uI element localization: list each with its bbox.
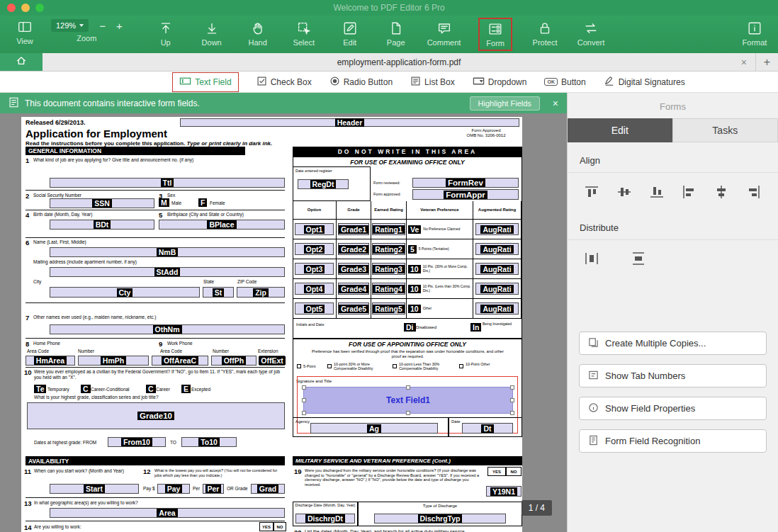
form-field-grade5[interactable]: Grade5 [338, 302, 369, 315]
form-field-y19n1[interactable]: Y19N1 [486, 486, 522, 497]
align-horizontal-center-icon[interactable] [713, 183, 730, 200]
form-field-cty[interactable]: Cty [50, 287, 200, 298]
form-field-ag[interactable]: Ag [310, 423, 438, 434]
check-box-tool[interactable]: Check Box [256, 76, 312, 89]
form-field-rating5[interactable]: Rating5 [372, 302, 405, 315]
form-field-rating3[interactable]: Rating3 [372, 263, 405, 275]
form-field-rating4[interactable]: Rating4 [372, 283, 405, 295]
form-field-recognition-button[interactable]: Form Field Recognition [579, 429, 767, 453]
form-field-st[interactable]: St [203, 287, 234, 298]
form-field-ve[interactable]: Ve [408, 225, 421, 234]
hand-button[interactable]: Hand [243, 19, 273, 47]
form-field-opt5[interactable]: Opt5 [295, 302, 334, 315]
form-field-zip[interactable]: Zip [237, 287, 285, 298]
zoom-level-dropdown[interactable]: 129% [51, 19, 89, 32]
comment-button[interactable]: Comment [427, 19, 461, 47]
form-field-excepted[interactable]: E [181, 385, 191, 393]
form-field-formappr[interactable]: FormAppr [412, 189, 519, 200]
document-area[interactable]: Released 6/29/2013. Header Application f… [0, 113, 567, 532]
resize-handle[interactable] [510, 385, 514, 390]
form-field-offph[interactable]: OffPh [211, 356, 256, 366]
form-field-formrev[interactable]: FormRev [412, 178, 519, 188]
form-field-grade2[interactable]: Grade2 [338, 243, 369, 255]
down-button[interactable]: Down [197, 19, 227, 47]
form-field-grade10[interactable]: Grade10 [27, 402, 285, 429]
form-field-to10[interactable]: To10 [181, 437, 237, 447]
zoom-in-button[interactable]: + [116, 21, 123, 31]
form-field-regdt[interactable]: RegDt [298, 179, 349, 189]
convert-button[interactable]: Convert [576, 19, 606, 47]
form-field-dischrgtyp[interactable]: DischrgTyp [374, 514, 506, 523]
form-field-augrati[interactable]: AugRati [475, 302, 519, 315]
form-field-te[interactable]: Te [34, 385, 46, 393]
form-button-active[interactable]: Form [478, 18, 512, 51]
form-field-10ptless[interactable]: 10 [408, 285, 421, 293]
form-field-offareac[interactable]: OffAreaC [152, 356, 208, 366]
resize-handle[interactable] [406, 411, 410, 415]
text-field-tool[interactable]: Text Field [172, 72, 238, 92]
button-tool[interactable]: OK Button [544, 77, 585, 87]
checkbox-10pt30[interactable] [327, 364, 332, 368]
form-field-stadd[interactable]: StAdd [50, 267, 285, 277]
format-button[interactable]: Format [740, 18, 769, 47]
highlight-fields-button[interactable]: Highlight Fields [470, 96, 540, 111]
resize-handle[interactable] [406, 385, 410, 390]
tab-close-icon[interactable]: × [741, 57, 747, 67]
page-button[interactable]: Page [381, 19, 411, 47]
form-field-bdt[interactable]: BDt [50, 220, 154, 230]
document-tab[interactable]: employment-application-form.pdf × [43, 53, 755, 71]
show-field-properties-button[interactable]: Show Field Properties [579, 397, 767, 420]
list-box-tool[interactable]: List Box [410, 76, 455, 89]
form-field-pay[interactable]: Pay [157, 484, 190, 494]
form-field-start[interactable]: Start [50, 484, 139, 494]
checkbox-10ptless[interactable] [393, 364, 397, 368]
form-field-augrati[interactable]: AugRati [475, 283, 519, 295]
form-field-other[interactable]: 10 [408, 305, 421, 313]
radio-button-tool[interactable]: Radio Button [329, 76, 393, 89]
show-tab-numbers-button[interactable]: Show Tab Numbers [579, 364, 767, 387]
resize-handle[interactable] [302, 398, 306, 402]
form-field-career-conditional[interactable]: C [81, 385, 91, 393]
form-field-female[interactable]: F [198, 198, 207, 207]
form-field-opt1[interactable]: Opt1 [295, 223, 334, 235]
protect-button[interactable]: Protect [530, 19, 560, 47]
form-field-augrati[interactable]: AugRati [475, 223, 519, 235]
form-field-grade4[interactable]: Grade4 [338, 283, 369, 295]
form-field-nmb[interactable]: NmB [50, 247, 285, 257]
checkbox-5point[interactable] [297, 364, 301, 368]
form-field-opt4[interactable]: Opt4 [295, 283, 334, 295]
form-field-opt3[interactable]: Opt3 [295, 263, 334, 275]
form-field-header[interactable]: Header [180, 118, 519, 127]
form-field-per[interactable]: Per [203, 484, 224, 494]
tab-edit[interactable]: Edit [568, 118, 672, 142]
up-button[interactable]: Up [151, 19, 181, 47]
new-tab-button[interactable]: + [755, 53, 778, 71]
align-right-icon[interactable] [745, 183, 762, 200]
form-field-from10[interactable]: From10 [108, 437, 166, 447]
digital-signatures-tool[interactable]: Digital Signatures [604, 75, 685, 89]
resize-handle[interactable] [302, 385, 306, 390]
zoom-out-button[interactable]: − [99, 21, 106, 31]
form-field-rating2[interactable]: Rating2 [372, 243, 405, 255]
form-field-offext[interactable]: OffExt [259, 356, 285, 366]
select-button[interactable]: Select [289, 19, 319, 47]
notification-close-icon[interactable]: × [553, 98, 558, 109]
form-field-5pt[interactable]: 5 [408, 245, 417, 254]
checkbox-10ptother[interactable] [459, 364, 463, 368]
resize-handle[interactable] [302, 411, 306, 415]
form-field-rating1[interactable]: Rating1 [372, 223, 405, 235]
form-field-augrati[interactable]: AugRati [475, 243, 519, 255]
align-vertical-center-icon[interactable] [616, 183, 633, 200]
form-field-grad[interactable]: Grad [251, 484, 285, 494]
form-field-10pt30[interactable]: 10 [408, 265, 421, 273]
form-field-in[interactable]: In [470, 323, 481, 332]
align-top-icon[interactable] [583, 183, 600, 200]
align-left-icon[interactable] [680, 183, 697, 200]
form-field-area[interactable]: Area [50, 508, 285, 518]
form-field-opt2[interactable]: Opt2 [295, 243, 334, 255]
home-button[interactable] [0, 53, 43, 71]
form-field-career[interactable]: C [146, 385, 156, 393]
form-field-hmarea[interactable]: HmArea [26, 356, 75, 366]
resize-handle[interactable] [510, 411, 514, 415]
form-field-dt[interactable]: Dt [462, 423, 513, 434]
